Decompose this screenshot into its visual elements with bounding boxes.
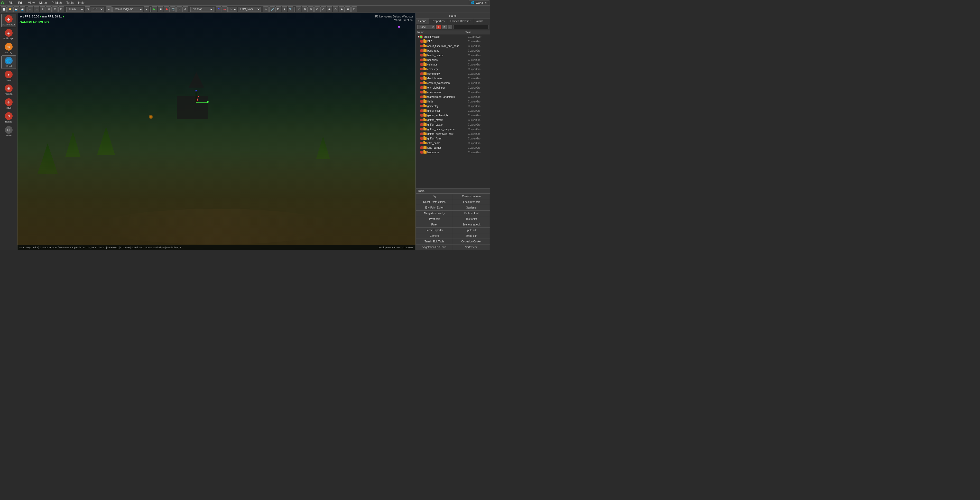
tool-btn-occlusion-cooker[interactable]: Occlusion Cooker — [453, 239, 490, 244]
tree-item-griffon_forest[interactable]: griffon_forestCLayerGro — [416, 136, 490, 141]
tool-btn-sprite-edit[interactable]: Sprite edit — [453, 227, 490, 233]
car-btn[interactable]: 🚗 — [222, 6, 228, 12]
open-button[interactable]: 📂 — [7, 6, 13, 12]
tree-item-griffon_attack[interactable]: griffon_attackCLayerGro — [416, 117, 490, 122]
viewport[interactable]: avg FPS: 60.00 ■ min FPS: 58.91 ■ GAMEPL… — [18, 13, 415, 250]
save-as-button[interactable]: 💾 — [19, 6, 25, 12]
tab-scene[interactable]: Scene — [416, 19, 429, 24]
tool-btn-pivot-edit[interactable]: Pivot edit — [416, 216, 453, 222]
tree-item-griffon_castle[interactable]: griffon_castleCLayerGro — [416, 122, 490, 127]
tree-item-gameplay[interactable]: gameplayCLayerGro — [416, 104, 490, 108]
tool1-btn[interactable]: ⊗ — [308, 6, 314, 12]
world-tab[interactable]: 🌐 World × — [469, 0, 489, 5]
tool-btn-ruler[interactable]: Ruler — [416, 222, 453, 227]
tree-filter-dot-btn[interactable]: ● — [448, 25, 452, 29]
menu-view[interactable]: View — [26, 0, 37, 5]
tool2-btn[interactable]: ⊘ — [314, 6, 320, 12]
menu-publish[interactable]: Publish — [49, 0, 64, 5]
info-btn[interactable]: ℹ — [282, 6, 287, 12]
tab-properties[interactable]: Properties — [429, 19, 447, 24]
terrain-btn[interactable]: ▲ — [106, 6, 112, 12]
tool-btn-camera[interactable]: Camera — [416, 233, 453, 238]
tree-item-back_road[interactable]: back_roadCLayerGro — [416, 48, 490, 53]
flag-btn[interactable]: ⚑ — [216, 6, 221, 12]
grid2-button[interactable]: ⊟ — [58, 6, 64, 12]
duplicate-button[interactable]: ⧉ — [46, 6, 52, 12]
link-btn[interactable]: 🔗 — [269, 6, 275, 12]
tool-btn-camera-preview[interactable]: Camera preview — [453, 194, 490, 199]
tree-item-community[interactable]: communityCLayerGro — [416, 71, 490, 76]
snap-size-select[interactable]: 10 cm — [66, 7, 84, 12]
play-btn[interactable]: ▶ — [151, 6, 157, 12]
multi-layer-btn[interactable]: ◈ Multi Layer — [1, 28, 16, 41]
search-btn2[interactable]: 🔍 — [288, 6, 293, 12]
tree-root-item[interactable]: ▼ prolog_village CGameWor — [416, 35, 490, 39]
undo-button[interactable]: ↩ — [27, 6, 33, 12]
tree-item-dead_horses[interactable]: dead_horsesCLayerGro — [416, 76, 490, 81]
tool4-btn[interactable]: ◈ — [326, 6, 332, 12]
world-tab-close[interactable]: × — [485, 1, 487, 4]
tool-btn-merged-geometry[interactable]: Merged Geometry — [416, 211, 453, 216]
stop-btn[interactable]: ◼ — [158, 6, 164, 12]
tree-item-featherwood_landmarks[interactable]: featherwood_landmarksCLayerGro — [416, 95, 490, 99]
tab-world[interactable]: World — [473, 19, 486, 24]
redo-button[interactable]: ↪ — [33, 6, 39, 12]
mat-btn[interactable]: ▸ — [144, 6, 149, 12]
tree-item-land_border[interactable]: land_borderCLayerGro — [416, 145, 490, 150]
tree-item-ghoul_nest[interactable]: ghoul_nestCLayerGro — [416, 108, 490, 113]
tree-item-env_global_pbr[interactable]: env_global_pbrCLayerGro — [416, 85, 490, 90]
tree-item-environment[interactable]: environmentCLayerGro — [416, 90, 490, 95]
tree-filter-x-btn[interactable]: ✕ — [442, 25, 447, 29]
tool-btn-env-point-editor[interactable]: Env Point Editor — [416, 205, 453, 210]
settings-btn[interactable]: ⚙ — [302, 6, 307, 12]
snap-angle-btn[interactable]: ⬡ — [85, 6, 91, 12]
by-tag-btn[interactable]: ⊕ By Tag — [1, 41, 16, 55]
tree-item-fields[interactable]: fieldsCLayerGro — [416, 99, 490, 104]
img-btn[interactable]: 🖼 — [275, 6, 281, 12]
tool-btn-scene-area-edit[interactable]: Scene area edit — [453, 222, 490, 227]
menu-mode[interactable]: Mode — [37, 0, 49, 5]
angle-select[interactable]: 15° — [91, 7, 104, 12]
tree-item-global_ambient_fx[interactable]: global_ambient_fxCLayerGro — [416, 113, 490, 117]
snap-mode-select[interactable]: No snap — [190, 7, 213, 12]
tool5-btn[interactable]: ◇ — [333, 6, 339, 12]
tree-item-griffon_destroyed_nest[interactable]: griffon_destroyed_nestCLayerGro — [416, 132, 490, 136]
menu-tools[interactable]: Tools — [64, 0, 76, 5]
menu-edit[interactable]: Edit — [16, 0, 25, 5]
save-button[interactable]: 💾 — [13, 6, 19, 12]
tool-btn-vertex-edit[interactable]: Vertex edit — [453, 244, 490, 250]
emm-select[interactable]: EMM_None — [238, 7, 261, 12]
rotate-btn[interactable]: ↻ Rotate — [1, 111, 16, 124]
tool7-btn[interactable]: ◉ — [345, 6, 351, 12]
tree-search-input[interactable] — [453, 25, 488, 29]
tree-item-DLC[interactable]: DLCCLayerGro — [416, 39, 490, 44]
local-btn[interactable]: ● Local — [1, 69, 16, 83]
tree-item-intro_battle[interactable]: intro_battleCLayerGro — [416, 141, 490, 145]
tool-btn-stripe-edit[interactable]: Stripe edit — [453, 233, 490, 238]
menu-help[interactable]: Help — [76, 0, 87, 5]
tool8-btn[interactable]: ⬡ — [351, 6, 357, 12]
tree-item-cellmaps[interactable]: cellmapsCLayerGro — [416, 62, 490, 67]
tree-item-griffon_castle_maquette[interactable]: griffon_castle_maquetteCLayerGro — [416, 127, 490, 132]
rec-btn[interactable]: ⏺ — [164, 6, 170, 12]
layer-filter-select[interactable]: None — [417, 25, 435, 29]
tree-item-beehives[interactable]: beehivesCLayerGro — [416, 57, 490, 62]
delete-button[interactable]: 🗑 — [40, 6, 46, 12]
scale-btn[interactable]: ⊡ Scale — [1, 125, 16, 138]
menu-file[interactable]: File — [6, 0, 16, 5]
tree-item-cemetery[interactable]: cemeteryCLayerGro — [416, 67, 490, 71]
layer-select[interactable]: RU — [228, 7, 237, 12]
tool-btn-bg[interactable]: Bg — [416, 194, 453, 199]
material-select[interactable]: default.redgame — [112, 7, 143, 12]
grid-button[interactable]: ⊞ — [52, 6, 58, 12]
new-button[interactable]: 📄 — [1, 6, 7, 12]
tree-item-eastern_woodsmen[interactable]: eastern_woodsmenCLayerGro — [416, 81, 490, 85]
tool3-btn[interactable]: ⊙ — [320, 6, 326, 12]
tab-entities-browser[interactable]: Entities Browser — [447, 19, 473, 24]
tool-btn-reset-destructibles[interactable]: Reset Destructibles — [416, 199, 453, 205]
cam-btn[interactable]: 📷 — [170, 6, 176, 12]
move-btn[interactable]: ✦ — [176, 6, 182, 12]
tree-item-landmarks[interactable]: landmarksCLayerGro — [416, 150, 490, 155]
tool-btn-pathlib-tool[interactable]: PathLib Tool — [453, 211, 490, 216]
tree-filter-red-btn[interactable]: ● — [436, 25, 441, 29]
